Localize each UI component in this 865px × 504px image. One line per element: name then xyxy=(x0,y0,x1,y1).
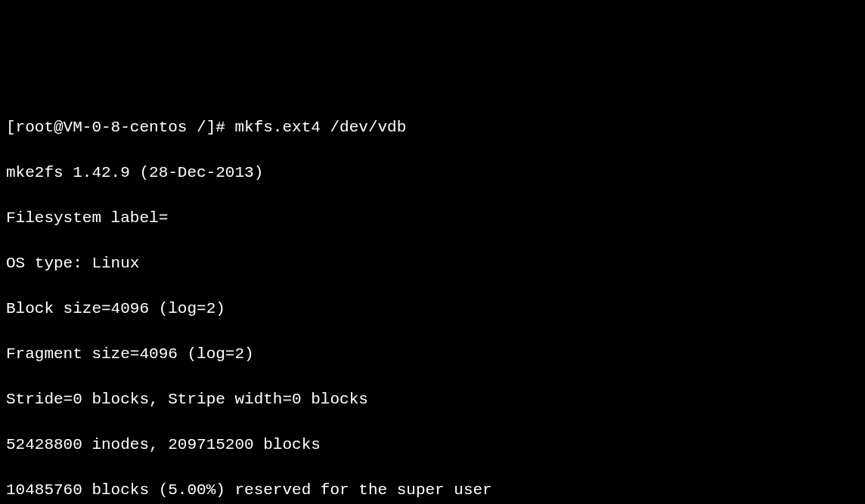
terminal-output-line: Block size=4096 (log=2) xyxy=(6,298,859,320)
terminal-output-line: Fragment size=4096 (log=2) xyxy=(6,343,859,366)
terminal-output-line: Filesystem label= xyxy=(6,207,859,230)
terminal-window[interactable]: [root@VM-0-8-centos /]# mkfs.ext4 /dev/v… xyxy=(6,94,859,504)
terminal-output-line: 52428800 inodes, 209715200 blocks xyxy=(6,434,859,456)
terminal-output-line: 10485760 blocks (5.00%) reserved for the… xyxy=(6,479,859,502)
terminal-output-line: Stride=0 blocks, Stripe width=0 blocks xyxy=(6,388,859,411)
terminal-prompt-line: [root@VM-0-8-centos /]# mkfs.ext4 /dev/v… xyxy=(6,116,859,139)
terminal-output-line: mke2fs 1.42.9 (28-Dec-2013) xyxy=(6,162,859,184)
terminal-output-line: OS type: Linux xyxy=(6,252,859,275)
